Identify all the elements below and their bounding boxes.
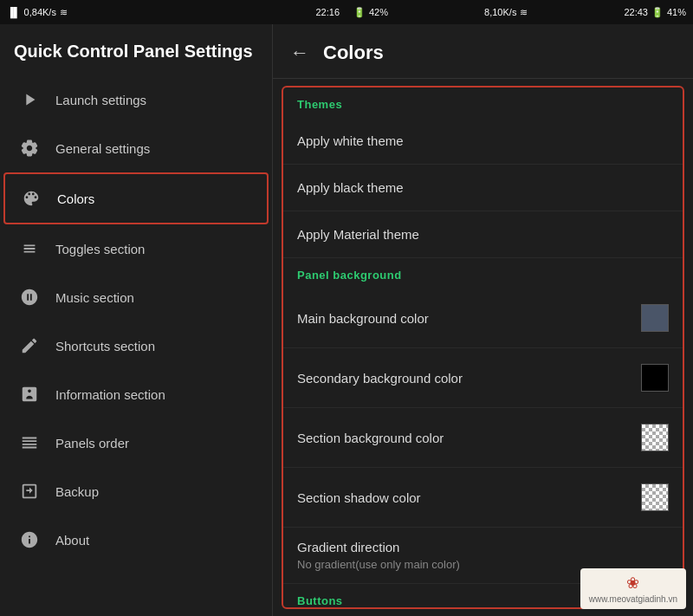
nav-item-colors[interactable]: Colors: [3, 172, 269, 224]
app-title: Quick Control Panel Settings: [0, 24, 272, 75]
right-panel-title: Colors: [323, 42, 384, 64]
secondary-bg-label: Secondary background color: [297, 371, 641, 386]
launch-icon: [17, 88, 42, 112]
gradient-title: Gradient direction: [297, 540, 669, 554]
section-shadow-label: Section shadow color: [297, 490, 641, 505]
back-button[interactable]: ←: [287, 38, 313, 68]
nav-label-about: About: [55, 533, 89, 548]
main-bg-swatch[interactable]: [641, 304, 669, 332]
toggles-icon: [17, 237, 42, 261]
status-bars: ▐▌ 0,84K/s ≋ 22:16 🔋 42% 8,10K/s ≋ 22:43…: [0, 0, 693, 24]
status-left-info: ▐▌ 0,84K/s ≋: [7, 7, 68, 18]
section-bg-color[interactable]: Section background color: [283, 408, 683, 468]
nav-label-shortcuts: Shortcuts section: [55, 339, 155, 353]
backup-icon: [17, 479, 42, 503]
watermark-flower: ❀: [626, 574, 639, 593]
black-theme-label: Apply black theme: [297, 180, 669, 195]
general-icon: [17, 136, 42, 160]
apply-black-theme[interactable]: Apply black theme: [283, 165, 683, 211]
status-left-time: 22:16: [315, 7, 340, 17]
battery2-pct: 41%: [667, 7, 686, 17]
watermark: ❀ www.meovatgiadinh.vn: [580, 568, 686, 609]
nav-item-music[interactable]: Music section: [3, 273, 269, 321]
shortcuts-icon: [17, 334, 42, 358]
colors-content: Themes Apply white theme Apply black the…: [282, 86, 684, 609]
right-header: ← Colors: [273, 24, 693, 79]
section-bg-swatch[interactable]: [641, 424, 669, 451]
section-bg-label: Section background color: [297, 431, 641, 445]
about-icon: [17, 528, 42, 552]
nav-label-panels: Panels order: [55, 436, 129, 451]
white-theme-label: Apply white theme: [297, 133, 669, 148]
status-right-time: 22:43 🔋 41%: [624, 7, 686, 18]
nav-item-shortcuts[interactable]: Shortcuts section: [3, 321, 269, 370]
nav-label-music: Music section: [55, 290, 134, 305]
main-content: Quick Control Panel Settings Launch sett…: [0, 24, 693, 616]
nav-item-general[interactable]: General settings: [3, 124, 269, 172]
nav-item-about[interactable]: About: [3, 515, 269, 564]
wifi2-icon: ≋: [520, 7, 528, 18]
nav-label-general: General settings: [55, 141, 150, 156]
secondary-bg-swatch[interactable]: [641, 364, 669, 392]
status-bar-right: 🔋 42% 8,10K/s ≋ 22:43 🔋 41%: [346, 0, 693, 24]
nav-label-colors: Colors: [57, 191, 94, 206]
nav-item-toggles[interactable]: Toggles section: [3, 224, 269, 273]
signal-icon: ▐▌: [7, 7, 21, 17]
music-icon: [17, 285, 42, 309]
battery-pct: 42%: [369, 7, 388, 17]
wifi-icon: ≋: [60, 7, 68, 18]
time-left: 22:16: [315, 7, 340, 17]
status-right-battery: 🔋 42%: [353, 7, 388, 18]
section-shadow-color[interactable]: Section shadow color: [283, 468, 683, 528]
colors-icon: [19, 186, 43, 211]
information-icon: [17, 382, 42, 406]
time-right: 22:43: [624, 7, 648, 17]
nav-label-launch: Launch settings: [55, 93, 146, 107]
watermark-text: www.meovatgiadinh.vn: [589, 594, 677, 604]
left-panel: Quick Control Panel Settings Launch sett…: [0, 24, 273, 616]
battery-icon: 🔋: [353, 7, 366, 18]
main-bg-color[interactable]: Main background color: [283, 289, 683, 348]
apply-white-theme[interactable]: Apply white theme: [283, 118, 683, 165]
speed-text: 0,84K/s: [24, 7, 56, 17]
apply-material-theme[interactable]: Apply Material theme: [283, 211, 683, 258]
themes-section-label: Themes: [283, 88, 683, 118]
status-bar-left: ▐▌ 0,84K/s ≋ 22:16: [0, 0, 346, 24]
section-shadow-swatch[interactable]: [641, 483, 669, 511]
nav-item-backup[interactable]: Backup: [3, 467, 269, 515]
nav-label-toggles: Toggles section: [55, 242, 145, 256]
nav-label-backup: Backup: [55, 484, 99, 499]
right-panel: ← Colors Themes Apply white theme Apply …: [273, 24, 693, 616]
main-bg-label: Main background color: [297, 311, 641, 326]
nav-item-launch[interactable]: Launch settings: [3, 75, 269, 124]
material-theme-label: Apply Material theme: [297, 227, 669, 242]
nav-item-information[interactable]: Information section: [3, 370, 269, 418]
nav-label-information: Information section: [55, 387, 165, 402]
nav-item-panels[interactable]: Panels order: [3, 418, 269, 467]
status-right-net: 8,10K/s ≋: [484, 7, 528, 18]
panel-bg-label: Panel background: [283, 258, 683, 289]
secondary-bg-color[interactable]: Secondary background color: [283, 348, 683, 408]
speed2-text: 8,10K/s: [484, 7, 516, 17]
panels-icon: [17, 431, 42, 455]
battery2-icon: 🔋: [651, 7, 664, 18]
